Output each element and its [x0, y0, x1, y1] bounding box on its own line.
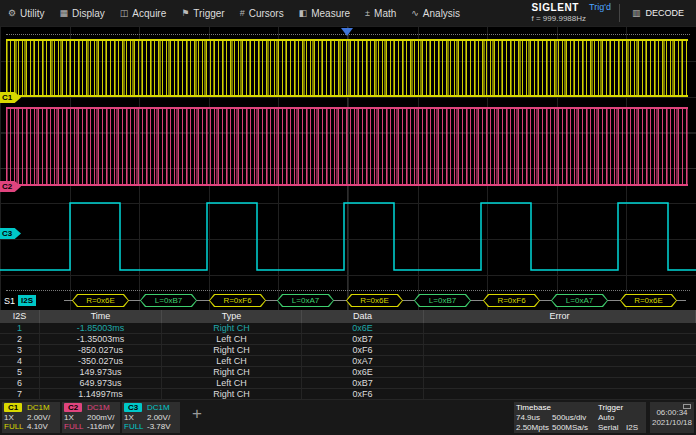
menu-math-label: Math [374, 8, 396, 19]
menu-utility[interactable]: ⚙ Utility [8, 8, 45, 19]
sample-rate: 500MSa/s [552, 423, 598, 432]
table-row[interactable]: 5149.973usRight CH0x6E [0, 367, 696, 378]
waveform-display: C1 C2 C3 S1 I2S R=0x6E L=0xB7 R=0xF6 L=0… [0, 26, 696, 310]
col-data: Data [302, 310, 424, 323]
table-row[interactable]: 4-350.027usLeft CH0xA7 [0, 356, 696, 367]
decode-bus-label[interactable]: S1 I2S [4, 295, 36, 306]
menu-acquire-label: Acquire [132, 8, 166, 19]
menu-trigger-label: Trigger [193, 8, 224, 19]
decode-button[interactable]: ▥ DECODE [628, 5, 688, 21]
c3-chip: C3 [124, 403, 142, 412]
decode-bubble: L=0xA7 [551, 294, 608, 307]
timebase-title: Timebase [516, 403, 598, 412]
measure-icon: ◧ [299, 8, 308, 18]
c1-coupling: DC1M [27, 403, 58, 412]
c1-probe: 1X [4, 413, 27, 422]
col-time: Time [40, 310, 162, 323]
menu-acquire[interactable]: ◫ Acquire [120, 8, 166, 19]
trigger-flag-icon: ⚑ [181, 8, 189, 18]
decode-bubble: L=0xB7 [140, 294, 197, 307]
c3-waveform [0, 26, 696, 310]
decode-button-label: DECODE [645, 8, 684, 18]
col-error: Error [424, 310, 696, 323]
c2-chip: C2 [64, 403, 82, 412]
trigger-position-marker[interactable] [341, 28, 353, 36]
trigger-frequency-readout: f = 999.9988Hz [532, 13, 586, 24]
menu-analysis-label: Analysis [423, 8, 460, 19]
menu-analysis[interactable]: ∿ Analysis [411, 8, 460, 19]
decode-table-header: I2S Time Type Data Error [0, 310, 696, 323]
c3-bandwidth: FULL [124, 422, 147, 431]
c3-probe: 1X [124, 413, 147, 422]
menu-measure[interactable]: ◧ Measure [299, 8, 350, 19]
table-row[interactable]: 1-1.85003msRight CH0x6E [0, 323, 696, 334]
c1-offset: 4.10V [27, 422, 58, 431]
decode-bubble: R=0xF6 [483, 294, 540, 307]
oscilloscope-screen: ⚙ Utility ▦ Display ◫ Acquire ⚑ Trigger … [0, 0, 696, 435]
siglent-logo: SIGLENT [532, 2, 580, 13]
table-row[interactable]: 71.14997msRight CH0xF6 [0, 389, 696, 400]
timebase-delay: 74.9us [516, 413, 552, 422]
menu-display-label: Display [72, 8, 105, 19]
c3-coupling: DC1M [147, 403, 178, 412]
col-type: Type [162, 310, 302, 323]
decode-bubble: R=0x6E [346, 294, 403, 307]
utility-icon: ⚙ [8, 8, 16, 18]
menu-utility-label: Utility [20, 8, 44, 19]
decode-icon: ▥ [632, 8, 641, 18]
timebase-scale: 500us/div [552, 413, 598, 422]
trigger-type: Serial [598, 423, 626, 432]
c3-scale: 2.00V/ [147, 413, 178, 422]
math-icon: ± [365, 8, 370, 18]
timebase-memory: 2.50Mpts [516, 423, 552, 432]
c2-coupling: DC1M [87, 403, 118, 412]
channel-box-c3[interactable]: C3 DC1M 1X 2.00V/ FULL -3.78V [122, 402, 180, 433]
table-row[interactable]: 3-850.027usRight CH0xF6 [0, 345, 696, 356]
c2-offset: -116mV [87, 422, 118, 431]
decode-bubble: R=0x6E [72, 294, 129, 307]
menu-measure-label: Measure [311, 8, 350, 19]
col-protocol: I2S [0, 310, 40, 323]
table-row[interactable]: 2-1.35003msLeft CH0xB7 [0, 334, 696, 345]
menubar-divider [619, 4, 620, 22]
channel-box-c2[interactable]: C2 DC1M 1X 200mV/ FULL -116mV [62, 402, 120, 433]
device-icon [683, 404, 691, 409]
menu-bar: ⚙ Utility ▦ Display ◫ Acquire ⚑ Trigger … [0, 0, 696, 26]
timebase-trigger-panel[interactable]: Timebase Trigger 74.9us 500us/div Auto 2… [514, 402, 646, 433]
clock-time: 06:00:34 [650, 408, 694, 418]
acquire-icon: ◫ [120, 8, 129, 18]
table-row[interactable]: 6649.973usLeft CH0xB7 [0, 378, 696, 389]
channel-box-c1[interactable]: C1 DC1M 1X 2.00V/ FULL 4.10V [2, 402, 60, 433]
bus-protocol-chip: I2S [18, 295, 36, 306]
status-bar: C1 DC1M 1X 2.00V/ FULL 4.10V C2 DC1M 1X … [0, 400, 696, 435]
menu-math[interactable]: ± Math [365, 8, 396, 19]
decode-table: I2S Time Type Data Error 1-1.85003msRigh… [0, 310, 696, 400]
bus-prefix: S1 [4, 296, 15, 306]
trigger-status: Trig'd [589, 2, 611, 13]
menubar-right: SIGLENT Trig'd f = 999.9988Hz ▥ DECODE [532, 2, 688, 24]
clock-date: 2021/10/18 [650, 418, 694, 428]
c2-bandwidth: FULL [64, 422, 87, 431]
decode-bubble: L=0xB7 [414, 294, 471, 307]
c1-chip: C1 [4, 403, 22, 412]
trigger-mode: Auto [598, 413, 626, 422]
c3-offset: -3.78V [147, 422, 178, 431]
decode-bubble: R=0xF6 [209, 294, 266, 307]
brand-block: SIGLENT Trig'd f = 999.9988Hz [532, 2, 611, 24]
cursors-icon: # [240, 8, 245, 18]
trigger-protocol: I2S [626, 423, 646, 432]
c2-scale: 200mV/ [87, 413, 118, 422]
c1-bandwidth: FULL [4, 422, 27, 431]
crosshair-icon: + [192, 404, 202, 424]
c1-scale: 2.00V/ [27, 413, 58, 422]
decode-bubble: R=0x6E [620, 294, 677, 307]
display-icon: ▦ [60, 8, 69, 18]
trigger-title: Trigger [598, 403, 646, 412]
decode-bubble: L=0xA7 [277, 294, 334, 307]
menu-cursors[interactable]: # Cursors [240, 8, 284, 19]
analysis-icon: ∿ [411, 8, 419, 18]
c2-probe: 1X [64, 413, 87, 422]
menu-trigger[interactable]: ⚑ Trigger [181, 8, 224, 19]
menu-cursors-label: Cursors [249, 8, 284, 19]
menu-display[interactable]: ▦ Display [60, 8, 105, 19]
